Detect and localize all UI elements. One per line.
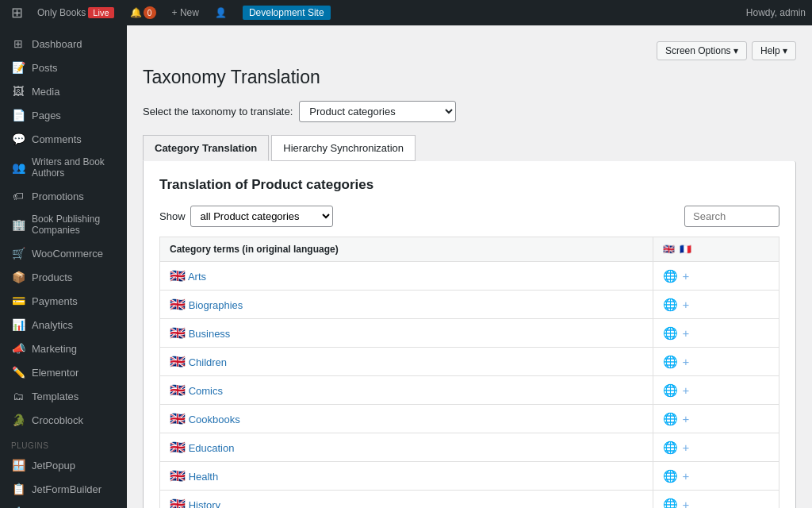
sidebar-item-writers[interactable]: 👥 Writers and Book Authors — [0, 151, 127, 184]
plus-icon[interactable]: + — [683, 355, 690, 368]
table-row: 🇬🇧 Cookbooks 🌐 + — [160, 405, 779, 433]
adminbar-new[interactable]: + New — [166, 0, 205, 25]
sidebar-item-payments[interactable]: 💳 Payments — [0, 289, 127, 313]
term-cell: 🇬🇧 Comics — [160, 376, 653, 405]
term-cell: 🇬🇧 Business — [160, 319, 653, 348]
term-link[interactable]: Cookbooks — [189, 414, 240, 425]
wp-logo[interactable]: ⊞ — [6, 4, 28, 21]
sidebar-label-jetpopup: JetPopup — [32, 460, 75, 471]
admin-bar: ⊞ Only Books Live 🔔 0 + New 👤 Developmen… — [0, 0, 812, 25]
sidebar-item-marketing[interactable]: 📣 Marketing — [0, 337, 127, 360]
sidebar-item-jetengine[interactable]: ⚙️ JetEngine — [0, 501, 127, 508]
search-input[interactable] — [684, 206, 779, 227]
sidebar-label-templates: Templates — [32, 391, 79, 402]
tab-hierarchy-synchronization[interactable]: Hierarchy Synchronization — [271, 135, 416, 161]
sidebar-item-analytics[interactable]: 📊 Analytics — [0, 313, 127, 337]
term-flag: 🇬🇧 — [170, 498, 186, 508]
translation-cell: 🌐 + — [653, 433, 779, 462]
book-publishing-icon: 🏢 — [11, 218, 25, 231]
adminbar-notifications[interactable]: 🔔 0 — [124, 0, 163, 25]
translation-cell: 🌐 + — [653, 462, 779, 491]
term-link[interactable]: Education — [189, 442, 235, 454]
sidebar-item-promotions[interactable]: 🏷 Promotions — [0, 184, 127, 208]
analytics-icon: 📊 — [11, 318, 25, 331]
sidebar-item-templates[interactable]: 🗂 Templates — [0, 384, 127, 408]
sidebar-item-pages[interactable]: 📄 Pages — [0, 103, 127, 127]
sidebar-label-book-publishing: Book Publishing Companies — [32, 214, 119, 236]
show-select[interactable]: all Product categories Untranslated Tran… — [190, 206, 333, 227]
globe-plus: 🌐 + — [663, 441, 770, 455]
screen-options-button[interactable]: Screen Options ▾ — [657, 41, 747, 60]
globe-plus: 🌐 + — [663, 498, 770, 509]
sidebar-label-dashboard: Dashboard — [32, 38, 82, 50]
term-link[interactable]: Business — [189, 328, 231, 340]
term-link[interactable]: History — [189, 499, 220, 508]
taxonomy-select-label: Select the taxonomy to translate: — [143, 106, 293, 117]
adminbar-site[interactable]: Only Books Live — [31, 0, 121, 25]
site-name: Only Books — [37, 7, 86, 18]
globe-plus: 🌐 + — [663, 298, 770, 312]
globe-icon: 🌐 — [663, 469, 678, 483]
sidebar-item-woocommerce[interactable]: 🛒 WooCommerce — [0, 241, 127, 265]
sidebar-item-jetformbuilder[interactable]: 📋 JetFormBuilder — [0, 477, 127, 501]
term-flag: 🇬🇧 — [170, 355, 186, 368]
sidebar-label-comments: Comments — [32, 133, 82, 145]
sidebar-item-elementor[interactable]: ✏️ Elementor — [0, 360, 127, 384]
dashboard-icon: ⊞ — [11, 37, 25, 50]
table-row: 🇬🇧 History 🌐 + — [160, 491, 779, 509]
globe-plus: 🌐 + — [663, 269, 770, 283]
sidebar-item-crocoblock[interactable]: 🐊 Crocoblock — [0, 408, 127, 432]
term-link[interactable]: Biographies — [189, 299, 243, 311]
term-cell: 🇬🇧 Biographies — [160, 291, 653, 319]
sidebar-item-jetpopup[interactable]: 🪟 JetPopup — [0, 453, 127, 477]
top-bar: Screen Options ▾ Help ▾ — [143, 41, 796, 60]
plugins-section-label: PLUGINS — [0, 432, 127, 453]
term-cell: 🇬🇧 Health — [160, 462, 653, 491]
writers-icon: 👥 — [11, 161, 25, 174]
sidebar-item-comments[interactable]: 💬 Comments — [0, 127, 127, 151]
live-badge: Live — [88, 7, 113, 18]
help-button[interactable]: Help ▾ — [752, 41, 796, 60]
sidebar-item-book-publishing[interactable]: 🏢 Book Publishing Companies — [0, 208, 127, 241]
term-link[interactable]: Health — [189, 471, 219, 483]
col-terms: Category terms (in original language) — [160, 237, 653, 262]
plus-icon[interactable]: + — [683, 498, 690, 508]
flags-header: 🇬🇧 🇫🇷 — [663, 244, 770, 255]
term-cell: 🇬🇧 Arts — [160, 262, 653, 291]
term-link[interactable]: Children — [189, 356, 227, 368]
translation-cell: 🌐 + — [653, 319, 779, 348]
sidebar-item-posts[interactable]: 📝 Posts — [0, 56, 127, 79]
plus-icon[interactable]: + — [683, 269, 690, 283]
adminbar-dev-site[interactable]: Development Site — [236, 0, 337, 25]
adminbar-user-icon[interactable]: 👤 — [209, 0, 233, 25]
plus-icon[interactable]: + — [683, 326, 690, 340]
sidebar-item-media[interactable]: 🖼 Media — [0, 79, 127, 103]
show-label: Show — [159, 210, 186, 222]
show-row: Show all Product categories Untranslated… — [159, 206, 779, 227]
globe-plus: 🌐 + — [663, 412, 770, 426]
media-icon: 🖼 — [11, 85, 25, 98]
sidebar-label-payments: Payments — [32, 295, 78, 307]
term-link[interactable]: Comics — [189, 385, 223, 397]
templates-icon: 🗂 — [11, 390, 25, 402]
translation-card: Translation of Product categories Show a… — [143, 161, 796, 508]
sidebar-label-pages: Pages — [32, 110, 61, 121]
plus-icon[interactable]: + — [683, 298, 690, 311]
table-row: 🇬🇧 Health 🌐 + — [160, 462, 779, 491]
term-flag: 🇬🇧 — [170, 383, 186, 397]
term-cell: 🇬🇧 Education — [160, 433, 653, 462]
translation-cell: 🌐 + — [653, 262, 779, 291]
crocoblock-icon: 🐊 — [11, 414, 25, 426]
globe-icon: 🌐 — [663, 355, 678, 369]
globe-icon: 🌐 — [663, 326, 678, 341]
term-link[interactable]: Arts — [188, 271, 206, 283]
elementor-icon: ✏️ — [11, 366, 25, 379]
plus-icon[interactable]: + — [683, 383, 690, 397]
plus-icon[interactable]: + — [683, 412, 690, 425]
sidebar-item-dashboard[interactable]: ⊞ Dashboard — [0, 32, 127, 56]
taxonomy-select[interactable]: Product categories Product tags Product … — [299, 101, 456, 122]
plus-icon[interactable]: + — [683, 441, 690, 454]
sidebar-item-products[interactable]: 📦 Products — [0, 265, 127, 289]
plus-icon[interactable]: + — [683, 469, 690, 483]
tab-category-translation[interactable]: Category Translation — [143, 135, 269, 161]
